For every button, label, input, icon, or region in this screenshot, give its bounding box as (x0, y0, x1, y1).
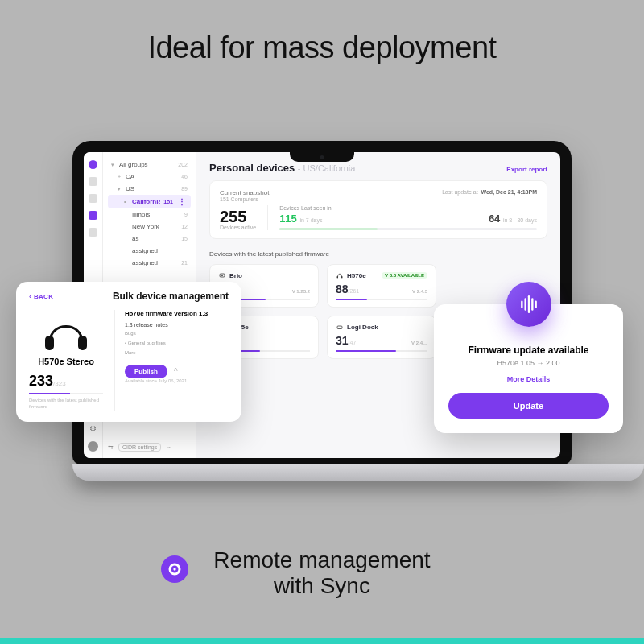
last-update: Last update at Wed, Dec 21, 4:18PM (442, 189, 537, 195)
card-denominator: /261 (349, 288, 360, 294)
cidr-settings[interactable]: ⇆CIDR settings→ (108, 443, 171, 452)
more-details-link[interactable]: More Details (507, 375, 551, 383)
card-denominator: /47 (349, 340, 357, 345)
tree-illinois[interactable]: Illinois9 (108, 208, 191, 221)
card-count: 31 (336, 334, 349, 347)
svg-rect-7 (45, 336, 54, 350)
firmware-update-panel: Firmware update available H570e 1.05 → 2… (434, 304, 623, 433)
avatar[interactable] (88, 441, 98, 452)
device-icon (336, 323, 344, 331)
device-icon (336, 271, 344, 279)
update-subtitle: H570e 1.05 → 2.00 (448, 359, 609, 367)
device-name: H570e Stereo (29, 357, 103, 366)
settings-icon[interactable]: ⚙ (89, 424, 97, 433)
tree-ca[interactable]: +CA46 (108, 171, 191, 183)
svg-rect-3 (341, 276, 343, 279)
chevron-up-icon[interactable]: ^ (174, 367, 178, 376)
snapshot-card: Current snapshot 151 Computers Last upda… (209, 180, 547, 239)
tree-assigned-a[interactable]: assigned (108, 245, 191, 257)
headline: Ideal for mass deployment (0, 31, 644, 65)
seen-30d: 64 in 8 - 30 days (489, 213, 537, 225)
seen-7d: 115 in 7 days (279, 213, 322, 225)
firmware-card[interactable]: Logi Dock31/47V 2.4… (327, 316, 436, 359)
card-version: V 1.23.2 (292, 289, 310, 294)
release-note-line: • General bug fixes (125, 340, 229, 347)
last-seen-block: Devices Last seen in 115 in 7 days 64 in… (267, 205, 537, 230)
chevron-left-icon: ‹ (29, 293, 31, 300)
card-version: V 2.4… (411, 341, 427, 345)
svg-rect-6 (337, 326, 342, 329)
release-note-line: Bugs (125, 330, 229, 337)
firmware-title: Devices with the latest published firmwa… (209, 250, 547, 258)
page-title: Personal devices - US/California (209, 162, 355, 174)
update-title: Firmware update available (448, 345, 609, 356)
tree-all-groups[interactable]: ▾All groups202 (108, 159, 191, 171)
card-count: 88 (336, 283, 349, 295)
bulk-hint: Devices with the latest published firmwa… (29, 398, 103, 411)
tree-as[interactable]: as15 (108, 233, 191, 245)
bulk-management-panel: ‹BACK Bulk device management H570e Stere… (16, 282, 242, 422)
nav-item-2[interactable] (89, 194, 97, 203)
update-button[interactable]: Update (448, 393, 609, 419)
availability-date: Available since July 06, 2021 (125, 378, 229, 383)
nav-item-4[interactable] (89, 228, 97, 237)
firmware-version: H570e firmware version 1.3 (125, 310, 229, 317)
app-logo-icon (89, 160, 97, 169)
device-card-name: H570e (347, 272, 366, 279)
device-icon (218, 271, 226, 279)
nav-item-devices[interactable] (89, 211, 97, 220)
nav-item-1[interactable] (89, 177, 97, 186)
device-card-name: Logi Dock (347, 324, 378, 331)
snapshot-sub: 151 Computers (220, 196, 537, 202)
caption: Remote managementwith Sync (0, 547, 644, 599)
waveform-icon (506, 282, 551, 327)
svg-rect-2 (337, 276, 339, 279)
publish-button[interactable]: Publish (125, 365, 167, 378)
headset-icon (37, 310, 95, 353)
accent-bar (0, 638, 644, 644)
version-available-badge: V 3.3 AVAILABLE (382, 272, 427, 279)
svg-rect-8 (78, 336, 87, 350)
breadcrumb: - US/California (298, 163, 356, 173)
tree-us[interactable]: ▾US89 (108, 183, 191, 195)
tree-california[interactable]: •California151⋮ (108, 195, 191, 208)
release-notes-title: 1.3 release notes (125, 322, 229, 328)
device-card-name: Brio (229, 272, 242, 279)
more-icon[interactable]: ⋮ (176, 197, 188, 206)
devices-active-count: 255Devices active (220, 208, 256, 230)
page-header: Personal devices - US/California Export … (209, 162, 547, 174)
laptop-base (72, 464, 644, 481)
release-note-more[interactable]: More (125, 349, 229, 357)
tree-assigned-b[interactable]: assigned21 (108, 257, 191, 269)
card-version: V 2.4.3 (412, 289, 427, 294)
tree-newyork[interactable]: New York12 (108, 221, 191, 233)
bulk-title: Bulk device management (29, 291, 229, 302)
svg-point-1 (221, 275, 223, 276)
bulk-count: 233/323 (29, 373, 103, 390)
export-report-link[interactable]: Export report (506, 166, 547, 173)
firmware-card[interactable]: H570eV 3.3 AVAILABLE88/261V 2.4.3 (327, 264, 436, 308)
